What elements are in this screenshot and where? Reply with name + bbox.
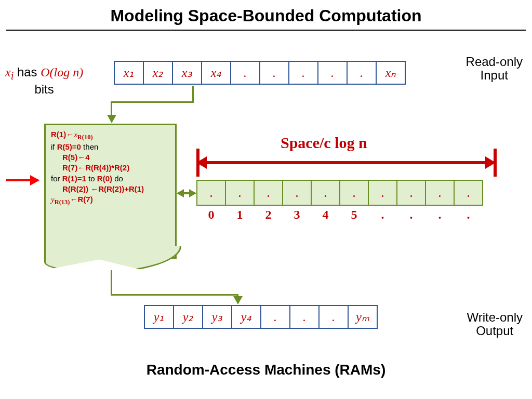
workspace-tape: . . . . . . . . . . xyxy=(196,180,483,206)
arrow-program-to-output xyxy=(111,294,238,296)
workspace-cell: . xyxy=(254,180,283,206)
xi-bits-note: xi has O(log n) bits xyxy=(5,65,83,97)
arrow-program-to-output xyxy=(111,270,112,295)
workspace-cell: . xyxy=(196,180,226,206)
input-cell: xₙ xyxy=(376,61,406,85)
input-cell: . xyxy=(288,61,318,85)
output-cell: . xyxy=(260,305,290,329)
page-title: Modeling Space-Bounded Computation xyxy=(6,0,526,31)
workspace-cell: . xyxy=(339,180,369,206)
output-cell: yₘ xyxy=(348,305,378,329)
input-tape-label: Read-onlyInput xyxy=(466,55,523,83)
output-cell: y₃ xyxy=(202,305,232,329)
workspace-cell: . xyxy=(311,180,340,206)
program-listing: R(1)←xR(10) if R(5)=0 then R(5)←4 R(7)←R… xyxy=(44,124,177,259)
input-cell: . xyxy=(259,61,289,85)
input-cell: . xyxy=(317,61,348,85)
input-tape: x₁ x₂ x₃ x₄ . . . . . xₙ xyxy=(114,61,406,85)
workspace-indices: 012345.... xyxy=(196,208,483,222)
instruction-pointer-icon xyxy=(6,179,38,181)
input-cell: x₃ xyxy=(172,61,202,85)
workspace-cell: . xyxy=(368,180,397,206)
workspace-cell: . xyxy=(425,180,455,206)
workspace-cell: . xyxy=(225,180,255,206)
page-subtitle: Random-Access Machines (RAMs) xyxy=(0,362,532,378)
input-cell: . xyxy=(347,61,377,85)
space-extent-right xyxy=(494,149,497,177)
output-cell: y₁ xyxy=(144,305,174,329)
arrow-input-to-program xyxy=(192,86,194,102)
input-cell: x₄ xyxy=(201,61,231,85)
output-cell: . xyxy=(318,305,349,329)
workspace-cell: . xyxy=(396,180,426,206)
arrow-program-to-output xyxy=(237,294,238,303)
workspace-cell: . xyxy=(282,180,312,206)
space-extent-bar xyxy=(197,161,495,164)
output-cell: y₄ xyxy=(231,305,261,329)
arrow-input-to-program xyxy=(111,101,194,103)
input-cell: . xyxy=(230,61,260,85)
space-bound-label: Space/c log n xyxy=(281,134,367,152)
input-cell: x₂ xyxy=(143,61,173,85)
output-tape-label: Write-onlyOutput xyxy=(467,311,523,338)
input-cell: x₁ xyxy=(114,61,144,85)
output-cell: y₂ xyxy=(173,305,203,329)
arrow-input-to-program xyxy=(111,101,112,122)
workspace-cell: . xyxy=(454,180,483,206)
arrow-program-workspace xyxy=(178,192,195,194)
output-tape: y₁ y₂ y₃ y₄ . . . yₘ xyxy=(144,305,378,329)
output-cell: . xyxy=(289,305,320,329)
